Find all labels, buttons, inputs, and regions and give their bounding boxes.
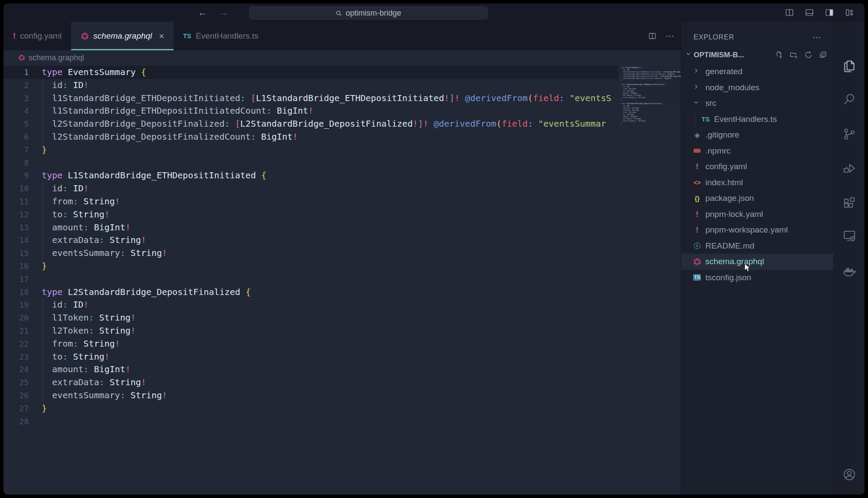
- line-number[interactable]: 27: [3, 402, 29, 415]
- line-number[interactable]: 11: [3, 195, 29, 208]
- new-folder-icon[interactable]: [789, 51, 798, 59]
- split-editor-icon[interactable]: [648, 32, 657, 40]
- line-number[interactable]: 4: [3, 105, 29, 118]
- code-row[interactable]: 25 extraData: String!: [3, 376, 681, 389]
- tree-item-config-yaml[interactable]: !config.yaml: [681, 159, 833, 175]
- code-row[interactable]: 17: [3, 273, 681, 286]
- source-control-icon[interactable]: [834, 127, 865, 141]
- code-row[interactable]: 18type L2StandardBridge_DepositFinalized…: [3, 286, 681, 299]
- line-number[interactable]: 23: [3, 351, 29, 364]
- line-number[interactable]: 24: [3, 363, 29, 376]
- code-row[interactable]: 1type EventsSummary {: [3, 66, 681, 79]
- code-row[interactable]: 3 l1StandardBridge_ETHDepositInitiated: …: [3, 92, 681, 105]
- code-row[interactable]: 28: [3, 415, 681, 428]
- code-row[interactable]: 6 l2StandardBridge_DepositFinalizedCount…: [3, 131, 681, 144]
- line-number[interactable]: 16: [3, 260, 29, 273]
- line-number[interactable]: 12: [3, 208, 29, 221]
- code-row[interactable]: 27}: [3, 402, 681, 415]
- toggle-secondary-sidebar-icon[interactable]: [825, 8, 834, 17]
- code-row[interactable]: 11 from: String!: [3, 195, 681, 208]
- tree-item-eventhandlers-ts[interactable]: TSEventHandlers.ts: [681, 111, 833, 128]
- code-row[interactable]: 5 l2StandardBridge_DepositFinalized: [L2…: [3, 118, 681, 131]
- line-number[interactable]: 8: [3, 157, 29, 170]
- line-number[interactable]: 7: [3, 144, 29, 157]
- code-row[interactable]: 19 id: ID!: [3, 298, 681, 311]
- tree-item-readme-md[interactable]: iREADME.md: [681, 238, 833, 254]
- code-row[interactable]: 2 id: ID!: [3, 79, 681, 92]
- docker-icon[interactable]: [834, 265, 865, 278]
- line-number[interactable]: 5: [3, 118, 29, 131]
- code-row[interactable]: 8: [3, 157, 681, 170]
- line-number[interactable]: 17: [3, 273, 29, 286]
- line-number[interactable]: 10: [3, 182, 29, 195]
- line-number[interactable]: 2: [3, 79, 29, 92]
- remote-explorer-icon[interactable]: [834, 229, 865, 242]
- close-icon[interactable]: ×: [159, 31, 164, 41]
- tab-eventhandlers-ts[interactable]: TS EventHandlers.ts: [174, 22, 268, 50]
- tree-item-pnpm-workspace-yaml[interactable]: !pnpm-workspace.yaml: [681, 222, 833, 238]
- more-actions-icon[interactable]: ⋯: [665, 31, 675, 41]
- code-row[interactable]: 16}: [3, 260, 681, 273]
- code-row[interactable]: 13 amount: BigInt!: [3, 221, 681, 234]
- line-number[interactable]: 19: [3, 298, 29, 311]
- explorer-icon[interactable]: [834, 59, 865, 73]
- code-row[interactable]: 14 extraData: String!: [3, 234, 681, 247]
- line-number[interactable]: 15: [3, 247, 29, 260]
- line-number[interactable]: 14: [3, 234, 29, 247]
- line-number[interactable]: 26: [3, 389, 29, 402]
- refresh-icon[interactable]: [804, 51, 812, 59]
- code-row[interactable]: 15 eventsSummary: String!: [3, 247, 681, 260]
- tab-schema-graphql[interactable]: schema.graphql ×: [71, 22, 174, 50]
- line-number[interactable]: 3: [3, 92, 29, 105]
- back-arrow-icon[interactable]: ←: [198, 8, 207, 17]
- code-row[interactable]: 23 to: String!: [3, 351, 681, 364]
- code-row[interactable]: 4 l1StandardBridge_ETHDepositInitiatedCo…: [3, 105, 681, 118]
- code-row[interactable]: 21 l2Token: String!: [3, 324, 681, 337]
- tree-item-index-html[interactable]: <>index.html: [681, 175, 833, 191]
- line-number[interactable]: 18: [3, 286, 29, 299]
- tree-item-package-json[interactable]: {}package.json: [681, 190, 833, 206]
- line-number[interactable]: 13: [3, 221, 29, 234]
- code-row[interactable]: 20 l1Token: String!: [3, 311, 681, 324]
- tree-item-generated[interactable]: generated: [681, 64, 833, 80]
- extensions-icon[interactable]: [834, 196, 865, 210]
- search-icon[interactable]: [834, 92, 865, 106]
- tree-item-tsconfig-json[interactable]: TStsconfig.json: [681, 270, 833, 286]
- explorer-more-icon[interactable]: ⋯: [812, 32, 822, 43]
- code-row[interactable]: 26 eventsSummary: String!: [3, 389, 681, 402]
- split-editor-icon[interactable]: [785, 8, 794, 17]
- command-search-box[interactable]: optimism-bridge: [249, 7, 488, 20]
- customize-layout-icon[interactable]: [845, 8, 854, 17]
- minimap[interactable]: type EventsSummary { id: ID! l1StandardB…: [618, 65, 681, 134]
- tree-item-src[interactable]: src: [681, 95, 833, 111]
- code-row[interactable]: 22 from: String!: [3, 337, 681, 351]
- project-root-row[interactable]: OPTIMISM-B...: [681, 48, 833, 62]
- line-number[interactable]: 20: [3, 311, 29, 324]
- tab-config-yaml[interactable]: ! config.yaml: [3, 22, 71, 50]
- new-file-icon[interactable]: [775, 51, 783, 59]
- forward-arrow-icon[interactable]: →: [219, 8, 228, 17]
- tree-item-schema-graphql[interactable]: schema.graphql: [681, 254, 833, 270]
- code-editor[interactable]: 1type EventsSummary {2 id: ID!3 l1Standa…: [3, 65, 681, 495]
- tree-item--gitignore[interactable]: ◈.gitignore: [681, 127, 833, 143]
- account-icon[interactable]: [834, 468, 865, 482]
- run-debug-icon[interactable]: [834, 161, 865, 175]
- tree-item--npmrc[interactable]: .npmrc: [681, 143, 833, 159]
- line-number[interactable]: 21: [3, 324, 29, 337]
- line-number[interactable]: 6: [3, 131, 29, 144]
- line-number[interactable]: 9: [3, 169, 29, 182]
- tree-item-node-modules[interactable]: node_modules: [681, 80, 833, 96]
- collapse-all-icon[interactable]: [819, 51, 827, 59]
- code-row[interactable]: 24 amount: BigInt!: [3, 363, 681, 376]
- toggle-panel-icon[interactable]: [805, 8, 814, 17]
- code-row[interactable]: 12 to: String!: [3, 208, 681, 221]
- line-number[interactable]: 22: [3, 337, 29, 351]
- code-row[interactable]: 10 id: ID!: [3, 182, 681, 195]
- line-number[interactable]: 28: [3, 415, 29, 428]
- code-row[interactable]: 7}: [3, 144, 681, 157]
- breadcrumb[interactable]: schema.graphql: [3, 50, 681, 65]
- code-row[interactable]: 9type L1StandardBridge_ETHDepositInitiat…: [3, 169, 681, 182]
- line-number[interactable]: 25: [3, 376, 29, 389]
- tree-item-pnpm-lock-yaml[interactable]: !pnpm-lock.yaml: [681, 206, 833, 223]
- line-number[interactable]: 1: [3, 66, 29, 79]
